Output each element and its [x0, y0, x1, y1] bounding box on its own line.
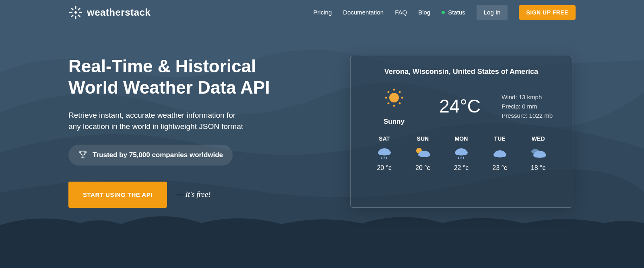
login-button[interactable]: Log In	[477, 5, 508, 20]
cloudy-icon	[529, 146, 547, 160]
svg-rect-4	[69, 12, 72, 13]
forecast-day-label: TUE	[494, 135, 506, 142]
forecast-temp: 20 °c	[415, 164, 430, 172]
weather-location: Verona, Wisconsin, United States of Amer…	[365, 68, 557, 76]
status-label: Status	[448, 9, 465, 16]
hero-subtitle: Retrieve instant, accurate weather infor…	[68, 110, 326, 133]
nav: Pricing Documentation FAQ Blog Status Lo…	[313, 5, 576, 20]
forecast-day-label: SUN	[417, 135, 429, 142]
brand-name: weatherstack	[87, 7, 151, 18]
forecast-temp: 22 °c	[454, 164, 469, 172]
trusted-text: Trusted by 75,000 companies worldwide	[93, 151, 223, 159]
svg-point-17	[388, 102, 390, 104]
start-api-button[interactable]: START USING THE API	[68, 182, 167, 208]
hero-title: Real-Time & Historical World Weather Dat…	[68, 56, 326, 98]
trophy-icon	[78, 149, 88, 161]
forecast-row: SAT 20 °c SUN	[365, 135, 557, 172]
svg-rect-6	[78, 7, 81, 10]
forecast-day: SAT 20 °c	[365, 135, 404, 172]
svg-point-11	[393, 89, 395, 91]
svg-point-31	[461, 150, 468, 155]
svg-line-33	[461, 157, 461, 159]
forecast-temp: 18 °c	[531, 164, 546, 172]
hero-title-line1: Real-Time & Historical	[68, 56, 256, 76]
forecast-day: TUE 23 °c	[481, 135, 519, 172]
svg-point-37	[500, 152, 506, 157]
svg-point-28	[425, 153, 430, 157]
trusted-badge: Trusted by 75,000 companies worldwide	[68, 145, 233, 166]
forecast-temp: 23 °c	[492, 164, 507, 172]
svg-rect-5	[79, 12, 82, 13]
cta-note: — It's free!	[177, 190, 211, 199]
svg-point-27	[418, 153, 424, 157]
svg-point-12	[393, 105, 395, 107]
forecast-day: WED 18 °c	[519, 135, 557, 172]
pressure-detail: Pressure: 1022 mb	[502, 112, 553, 119]
svg-point-1	[74, 11, 77, 14]
svg-point-13	[385, 97, 387, 99]
current-condition-block: Sunny	[370, 86, 418, 126]
hero-sub-line2: any location in the world in lightweight…	[68, 122, 243, 131]
svg-point-41	[540, 153, 546, 158]
status-dot-icon	[442, 11, 445, 14]
rain-cloud-icon	[453, 146, 469, 160]
nav-faq[interactable]: FAQ	[395, 9, 407, 16]
forecast-day: MON 22 °c	[442, 135, 481, 172]
nav-documentation[interactable]: Documentation	[343, 9, 384, 16]
precip-detail: Precip: 0 mm	[502, 103, 553, 110]
svg-point-15	[388, 91, 390, 93]
svg-rect-7	[71, 14, 74, 17]
cloud-icon	[492, 146, 508, 160]
logo[interactable]: weatherstack	[68, 5, 151, 20]
partly-cloudy-icon	[414, 146, 431, 160]
svg-line-23	[384, 157, 384, 159]
hero-content: Real-Time & Historical World Weather Dat…	[68, 56, 326, 208]
current-details: Wind: 13 kmph Precip: 0 mm Pressure: 102…	[502, 94, 553, 119]
current-temp: 24°C	[439, 95, 481, 117]
svg-point-40	[533, 153, 540, 158]
svg-line-22	[382, 157, 382, 159]
svg-rect-3	[75, 16, 76, 19]
svg-point-14	[401, 97, 403, 99]
svg-point-18	[399, 102, 401, 104]
hero-sub-line1: Retrieve instant, accurate weather infor…	[68, 111, 235, 119]
forecast-day-label: SAT	[379, 135, 390, 142]
svg-point-36	[493, 152, 500, 157]
current-condition: Sunny	[384, 118, 405, 126]
svg-rect-8	[71, 7, 74, 10]
svg-rect-9	[78, 14, 81, 17]
svg-rect-2	[75, 6, 76, 9]
hero-section: Real-Time & Historical World Weather Dat…	[0, 20, 644, 208]
forecast-day: SUN 20 °c	[404, 135, 442, 172]
weather-widget: Verona, Wisconsin, United States of Amer…	[350, 56, 572, 208]
signup-button[interactable]: SIGN UP FREE	[519, 5, 576, 20]
svg-point-16	[399, 91, 401, 93]
rain-cloud-icon	[376, 146, 392, 160]
nav-status[interactable]: Status	[442, 9, 465, 16]
svg-point-30	[455, 150, 461, 155]
sun-icon	[383, 86, 405, 110]
svg-point-21	[384, 150, 391, 155]
hero-title-line2: World Weather Data API	[68, 78, 270, 97]
cta-row: START USING THE API — It's free!	[68, 182, 326, 208]
svg-point-10	[389, 93, 399, 102]
nav-pricing[interactable]: Pricing	[313, 9, 332, 16]
weather-current: Sunny 24°C Wind: 13 kmph Precip: 0 mm Pr…	[365, 86, 557, 126]
logo-icon	[68, 5, 83, 20]
svg-line-34	[463, 157, 464, 159]
wind-detail: Wind: 13 kmph	[502, 94, 553, 100]
header: weatherstack Pricing Documentation FAQ B…	[0, 0, 644, 20]
nav-blog[interactable]: Blog	[418, 9, 430, 16]
forecast-day-label: MON	[455, 135, 468, 142]
svg-line-24	[386, 157, 387, 159]
forecast-temp: 20 °c	[377, 164, 392, 172]
forecast-day-label: WED	[532, 135, 545, 142]
svg-line-32	[458, 157, 459, 159]
svg-point-20	[378, 150, 384, 155]
